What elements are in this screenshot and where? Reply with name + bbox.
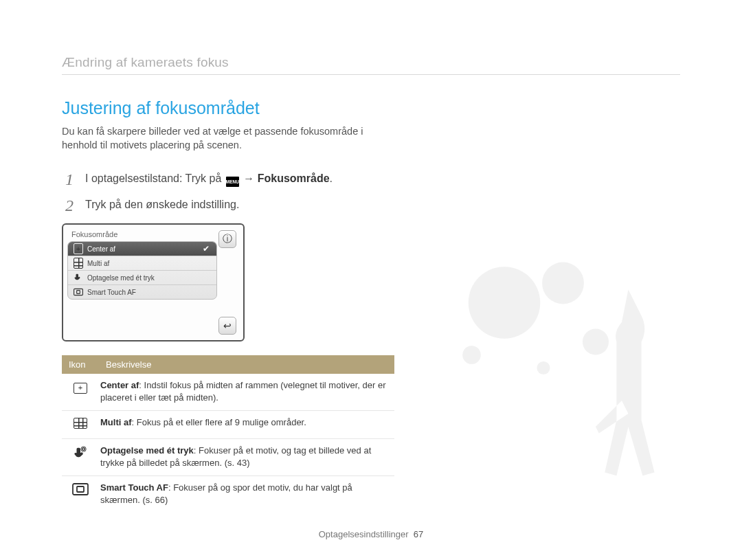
footer-section: Optagelsesindstillinger <box>319 529 409 539</box>
icon-description-table: Ikon Beskrivelse Center af: Indstil foku… <box>62 355 394 513</box>
page-number: 67 <box>414 529 423 539</box>
page-footer: Optagelsesindstillinger 67 <box>0 529 742 539</box>
table-row: Multi af: Fokus på et eller flere af 9 m… <box>62 411 394 439</box>
intro-text: Du kan få skarpere billeder ved at vælge… <box>62 125 378 152</box>
steps-list: 1 I optagelsestilstand: Tryk på MENU → F… <box>62 171 680 214</box>
camera-menu-label: Center af <box>87 245 115 253</box>
camera-menu-item-multi[interactable]: Multi af <box>68 256 216 271</box>
table-row: Center af: Indstil fokus på midten af ra… <box>62 374 394 411</box>
row-icon-smart <box>62 476 99 513</box>
svg-point-6 <box>469 267 541 339</box>
breadcrumb: Ændring af kameraets fokus <box>62 55 680 70</box>
step-number: 1 <box>62 171 77 188</box>
smart-icon <box>74 288 83 296</box>
svg-rect-5 <box>77 486 84 492</box>
svg-point-3 <box>81 447 86 451</box>
row-desc: Smart Touch AF: Fokuser på og spor det m… <box>99 476 394 513</box>
camera-menu-label: Optagelse med ét tryk <box>87 274 155 282</box>
row-icon-center <box>62 374 99 411</box>
camera-menu-list: Center af Multi af Optagelse med ét tryk <box>67 241 217 300</box>
row-desc: Center af: Indstil fokus på midten af ra… <box>99 374 394 411</box>
divider <box>62 74 680 75</box>
center-icon <box>74 245 83 253</box>
menu-icon: MENU <box>226 177 239 187</box>
svg-point-8 <box>583 329 609 355</box>
camera-screenshot: Fokusområde Center af Multi af Op <box>62 223 245 341</box>
multi-icon <box>74 259 83 267</box>
table-header-icon: Ikon <box>62 355 99 374</box>
camera-menu-item-center[interactable]: Center af <box>68 242 216 256</box>
back-button[interactable]: ↩ <box>218 317 236 335</box>
camera-menu-label: Smart Touch AF <box>87 289 136 296</box>
row-desc: Multi af: Fokus på et eller flere af 9 m… <box>99 411 394 439</box>
row-icon-multi <box>62 411 99 439</box>
svg-rect-4 <box>73 484 88 495</box>
row-desc: Optagelse med ét tryk: Fokuser på et mot… <box>99 439 394 476</box>
step-1-bold: Fokusområde <box>258 172 330 184</box>
camera-menu-label: Multi af <box>87 260 109 267</box>
smart-icon <box>72 483 89 495</box>
page-title: Justering af fokusområdet <box>62 98 680 118</box>
table-row: Optagelse med ét tryk: Fokuser på et mot… <box>62 439 394 476</box>
step-2-text: Tryk på den ønskede indstilling. <box>85 197 239 211</box>
info-button[interactable]: ⓘ <box>218 230 236 248</box>
step-1-text: I optagelsestilstand: Tryk på MENU → Fok… <box>85 171 333 187</box>
camera-menu-item-smart[interactable]: Smart Touch AF <box>68 285 216 299</box>
table-header-desc: Beskrivelse <box>99 355 394 374</box>
decorative-silhouette <box>426 244 687 505</box>
svg-point-2 <box>82 448 85 451</box>
svg-point-7 <box>542 262 584 304</box>
svg-point-10 <box>537 361 550 374</box>
term: Optagelse med ét tryk <box>100 445 194 456</box>
step-number: 2 <box>62 197 77 214</box>
step-1: 1 I optagelsestilstand: Tryk på MENU → F… <box>62 171 680 188</box>
table-row: Smart Touch AF: Fokuser på og spor det m… <box>62 476 394 513</box>
term-desc: : Fokus på et eller flere af 9 mulige om… <box>132 417 306 427</box>
term-desc: : Indstil fokus på midten af rammen (vel… <box>100 380 385 403</box>
svg-rect-0 <box>74 289 83 295</box>
step-2: 2 Tryk på den ønskede indstilling. <box>62 197 680 214</box>
page-root: Ændring af kameraets fokus Justering af … <box>0 0 742 560</box>
camera-menu-item-touch[interactable]: Optagelse med ét tryk <box>68 271 216 285</box>
svg-point-9 <box>462 346 481 364</box>
touch-icon <box>73 446 88 461</box>
step-1-prefix: I optagelsestilstand: Tryk på <box>85 172 225 184</box>
term: Center af <box>100 380 139 390</box>
row-icon-touch <box>62 439 99 476</box>
term: Smart Touch AF <box>100 482 168 493</box>
touch-icon <box>74 273 83 282</box>
camera-menu-title: Fokusområde <box>67 229 217 240</box>
step-1-arrow: → <box>243 172 257 184</box>
svg-rect-1 <box>77 291 80 294</box>
term: Multi af <box>100 417 132 427</box>
step-1-end: . <box>330 172 333 184</box>
